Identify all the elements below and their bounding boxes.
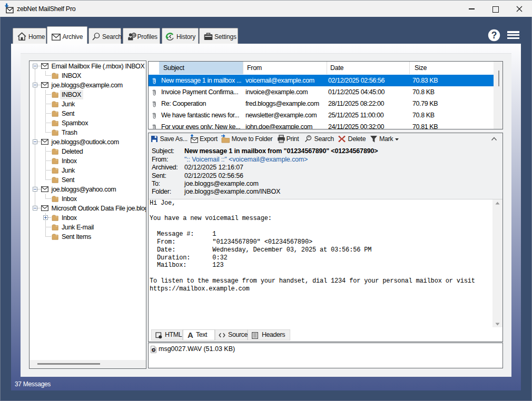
svg-text:?: ?	[491, 30, 497, 41]
